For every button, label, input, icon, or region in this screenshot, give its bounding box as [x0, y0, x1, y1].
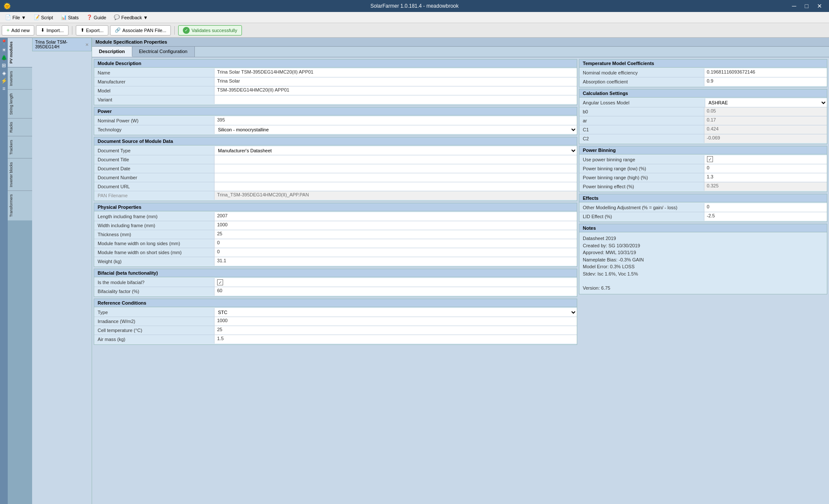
frame-short-label: Module frame width on short sides (mm): [94, 249, 214, 256]
menu-feedback[interactable]: 💬 Feedback ▼: [110, 13, 151, 21]
maximize-button[interactable]: □: [802, 2, 812, 10]
sidebar-item-inverter-blocks[interactable]: Inverter blocks: [8, 158, 32, 191]
range-low-label: Power binning range (low) (%): [579, 165, 704, 172]
tab-bar: Description Electrical Configuration: [92, 47, 829, 57]
nominal-power-row: Nominal Power (W) 395: [94, 116, 577, 125]
nominal-power-value[interactable]: 395: [214, 116, 577, 125]
title-bar-left: 🌞: [3, 3, 11, 9]
weight-value[interactable]: 31.1: [214, 257, 577, 266]
sidebar-item-string-length[interactable]: String length: [8, 89, 32, 119]
angular-losses-select[interactable]: ASHRAE Physical: [705, 98, 827, 107]
width-value[interactable]: 1000: [214, 221, 577, 230]
ar-label: ar: [579, 117, 704, 124]
ar-row: ar 0.17: [579, 116, 827, 125]
sidebar-item-racks[interactable]: Racks: [8, 118, 32, 136]
tab-electrical-config[interactable]: Electrical Configuration: [132, 47, 195, 57]
pan-filename-value: Trina_TSM-395DEG14HMC20(II)_APP.PAN: [214, 191, 577, 200]
physical-properties-title: Physical Properties: [94, 203, 577, 211]
sidebar-item-inverters[interactable]: Inverters: [8, 67, 32, 89]
width-label: Width including frame (mm): [94, 222, 214, 229]
use-range-checkbox[interactable]: [707, 156, 713, 162]
doc-date-value[interactable]: [214, 164, 577, 173]
document-source-section: Document Source of Module Data Document …: [94, 137, 577, 201]
module-list-item[interactable]: Trina Solar TSM-395DEG14H ✕: [32, 38, 92, 51]
content-columns: Module Description Name Trina Solar TSM-…: [92, 57, 829, 501]
thickness-row: Thickness (mm) 25: [94, 230, 577, 239]
manufacturer-value[interactable]: Trina Solar: [214, 77, 577, 86]
menu-stats[interactable]: 📊 Stats: [57, 13, 82, 21]
delete-icon[interactable]: ✕: [85, 42, 89, 47]
doc-url-value[interactable]: [214, 182, 577, 191]
doc-title-row: Document Title: [94, 155, 577, 164]
menu-guide[interactable]: ❓ Guide: [83, 13, 110, 21]
use-range-value: [704, 155, 827, 164]
document-source-title: Document Source of Module Data: [94, 137, 577, 145]
title-bar-controls: ─ □ ✕: [789, 2, 826, 10]
range-high-label: Power binning range (high) (%): [579, 174, 704, 181]
binning-effect-value: 0.325: [704, 182, 827, 191]
menu-script[interactable]: 📝 Script: [30, 13, 57, 21]
menu-file[interactable]: 📄 File ▼: [2, 13, 30, 21]
thickness-value[interactable]: 25: [214, 230, 577, 239]
c2-value: -0.069: [704, 134, 827, 143]
import-button[interactable]: ⬇ Import...: [36, 25, 68, 36]
is-bifacial-value: [214, 278, 577, 287]
associate-pan-button[interactable]: 🔗 Associate PAN File...: [110, 25, 171, 36]
model-label: Model: [94, 87, 214, 94]
variant-value[interactable]: [214, 95, 577, 104]
toolbar: + Add new ⬇ Import... ⬆ Export... 🔗 Asso…: [0, 23, 829, 38]
doc-title-value[interactable]: [214, 155, 577, 164]
lid-effect-row: LID Effect (%) -2.5: [579, 212, 827, 221]
bifaciality-value[interactable]: 60: [214, 287, 577, 296]
ref-type-row: Type STC PTC: [94, 308, 577, 317]
tab-description[interactable]: Description: [92, 47, 132, 57]
air-mass-value[interactable]: 1.5: [214, 335, 577, 344]
content-area: Module Specification Properties Descript…: [92, 38, 829, 504]
doc-type-select[interactable]: Manufacturer's Datasheet Other: [214, 146, 577, 155]
sidebar-icon-tree: 🌲: [1, 55, 7, 61]
range-low-value[interactable]: 0: [704, 164, 827, 173]
nominal-efficiency-value[interactable]: 0.19681116093672146: [704, 68, 827, 77]
absorption-coeff-label: Absorption coefficient: [579, 78, 704, 85]
name-value[interactable]: Trina Solar TSM-395DEG14HMC20(II) APP01: [214, 68, 577, 77]
minimize-button[interactable]: ─: [789, 2, 800, 10]
doc-number-value[interactable]: [214, 173, 577, 182]
close-button[interactable]: ✕: [814, 2, 826, 10]
length-value[interactable]: 2007: [214, 212, 577, 221]
angular-losses-label: Angular Losses Model: [579, 99, 705, 106]
name-label: Name: [94, 69, 214, 76]
window-title: SolarFarmer 1.0.181.4 - meadowbrook: [370, 3, 459, 9]
frame-long-value[interactable]: 0: [214, 239, 577, 248]
notes-title: Notes: [579, 224, 827, 232]
sidebar-icon-location: 📍: [1, 39, 7, 45]
sidebar-icon-triangle: ◈: [2, 70, 6, 76]
main-layout: 📍 ☀ 🌲 ⊞ ◈ ⚡ ≡ PV modules Inverters Strin…: [0, 38, 829, 504]
power-binning-content: Use power binning range Power binning ra…: [579, 154, 827, 192]
calculation-settings-title: Calculation Settings: [579, 89, 827, 98]
sidebar-item-pv-modules[interactable]: PV modules: [8, 38, 32, 67]
import-icon: ⬇: [41, 27, 45, 33]
absorption-coeff-value[interactable]: 0.9: [704, 77, 827, 86]
cell-temp-value[interactable]: 25: [214, 326, 577, 335]
b0-label: b0: [579, 108, 704, 115]
sidebar-item-transformers[interactable]: Transformers: [8, 190, 32, 220]
sidebar-icon-grid: ⊞: [2, 62, 6, 68]
add-new-button[interactable]: + Add new: [2, 25, 34, 36]
ref-type-select[interactable]: STC PTC: [214, 308, 577, 317]
temperature-model-section: Temperature Model Coefficients Nominal m…: [579, 59, 827, 87]
lid-effect-value[interactable]: -2.5: [704, 212, 827, 221]
export-button[interactable]: ⬆ Export...: [76, 25, 108, 36]
lid-effect-label: LID Effect (%): [579, 213, 704, 220]
irradiance-value[interactable]: 1000: [214, 317, 577, 326]
script-icon: 📝: [34, 15, 40, 20]
model-value[interactable]: TSM-395DEG14HMC20(II) APP01: [214, 86, 577, 95]
other-modelling-value[interactable]: 0: [704, 203, 827, 212]
frame-short-value[interactable]: 0: [214, 248, 577, 257]
is-bifacial-checkbox[interactable]: [217, 279, 223, 285]
irradiance-row: Irradiance (W/m2) 1000: [94, 317, 577, 326]
angular-losses-row: Angular Losses Model ASHRAE Physical: [579, 98, 827, 107]
technology-select[interactable]: Silicon - monocrystalline Silicon - poly…: [214, 125, 577, 134]
sidebar-item-trackers[interactable]: Trackers: [8, 136, 32, 158]
range-high-value[interactable]: 1.3: [704, 173, 827, 182]
right-column: Temperature Model Coefficients Nominal m…: [579, 59, 827, 500]
